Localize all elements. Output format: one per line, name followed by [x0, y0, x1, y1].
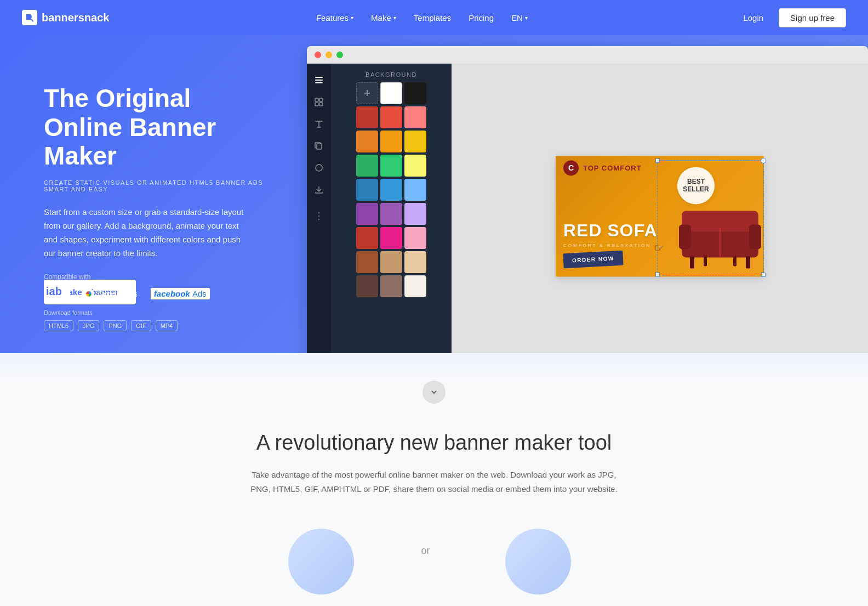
- logo-icon: [22, 10, 37, 25]
- color-black[interactable]: [404, 82, 426, 104]
- color-light-tan[interactable]: [404, 251, 426, 273]
- color-grid: +: [331, 82, 452, 302]
- format-html5: HTML5: [44, 320, 73, 331]
- copy-tool[interactable]: [309, 136, 329, 156]
- section-2-cards: Design a single banner or Generate multi…: [22, 529, 846, 606]
- mac-titlebar: [307, 46, 868, 64]
- features-chevron-icon: ▾: [351, 15, 353, 21]
- nav-features[interactable]: Features ▾: [316, 13, 353, 22]
- color-dark-brown[interactable]: [356, 275, 378, 297]
- color-orange[interactable]: [356, 131, 378, 152]
- nav-make[interactable]: Make ▾: [371, 13, 396, 22]
- best-label: BEST: [687, 178, 705, 185]
- shape-tool[interactable]: [309, 158, 329, 178]
- format-png: PNG: [104, 320, 127, 331]
- hero-subtitle: CREATE STATIC VISUALS OR ANIMATED HTML5 …: [44, 179, 263, 192]
- mac-window: BACKGROUND +: [307, 46, 868, 353]
- color-light-red[interactable]: [404, 106, 426, 128]
- mac-minimize-btn[interactable]: [326, 52, 332, 58]
- hero-description: Start from a custom size or grab a stand…: [44, 206, 252, 260]
- svg-point-11: [318, 216, 320, 217]
- text-tool[interactable]: [309, 114, 329, 134]
- color-panel: BACKGROUND +: [331, 64, 452, 353]
- download-label: Download formats: [44, 309, 210, 316]
- color-blue[interactable]: [356, 179, 378, 201]
- section-2: A revolutionary new banner maker tool Ta…: [0, 387, 868, 606]
- mac-maximize-btn[interactable]: [336, 52, 343, 58]
- color-light-green[interactable]: [380, 155, 402, 177]
- color-green[interactable]: [356, 155, 378, 177]
- compat-label: Compatible with: [44, 273, 210, 281]
- color-red[interactable]: [380, 106, 402, 128]
- section-2-description: Take advantage of the most powerful onli…: [248, 468, 620, 496]
- svg-rect-2: [315, 80, 323, 81]
- color-brown[interactable]: [356, 251, 378, 273]
- seller-label: SELLER: [683, 185, 709, 193]
- color-yellow[interactable]: [404, 131, 426, 152]
- color-medium-brown[interactable]: [380, 275, 402, 297]
- svg-rect-7: [319, 103, 323, 106]
- nav-pricing[interactable]: Pricing: [469, 13, 494, 22]
- svg-rect-18: [690, 256, 694, 268]
- svg-rect-20: [704, 256, 707, 266]
- color-hot-pink[interactable]: [380, 227, 402, 249]
- layout-tool[interactable]: [309, 92, 329, 112]
- language-selector[interactable]: EN ▾: [511, 13, 528, 22]
- nav-links: Features ▾ Make ▾ Templates Pricing EN ▾: [316, 13, 528, 22]
- banner-preview: C TOP COMFORT BEST SELLER: [556, 156, 764, 276]
- color-tan[interactable]: [380, 251, 402, 273]
- canvas-area[interactable]: C TOP COMFORT BEST SELLER: [452, 64, 868, 353]
- signup-button[interactable]: Sign up free: [779, 8, 846, 27]
- color-light-blue[interactable]: [404, 179, 426, 201]
- card-single-banner: Design a single banner: [265, 529, 378, 606]
- svg-point-12: [318, 219, 320, 220]
- section-2-title: A revolutionary new banner maker tool: [22, 431, 846, 455]
- format-gif: GIF: [131, 320, 151, 331]
- color-dark-red[interactable]: [356, 106, 378, 128]
- color-light-purple[interactable]: [380, 203, 402, 225]
- brand-logo[interactable]: bannersnack: [22, 10, 109, 25]
- add-color-button[interactable]: +: [356, 82, 378, 104]
- svg-rect-16: [749, 224, 761, 249]
- svg-rect-15: [679, 224, 691, 249]
- layers-tool[interactable]: [309, 70, 329, 90]
- brand-name: bannersnack: [42, 12, 109, 24]
- hero-section: The Original Online Banner Maker CREATE …: [0, 35, 868, 353]
- color-pink[interactable]: [404, 227, 426, 249]
- login-button[interactable]: Login: [734, 9, 772, 27]
- svg-rect-21: [733, 256, 736, 266]
- color-purple[interactable]: [356, 203, 378, 225]
- card-single-icon: [288, 529, 354, 594]
- banner-subtitle: COMFORT & RELAXATION: [563, 243, 651, 248]
- editor-sidebar: [307, 64, 331, 353]
- svg-rect-19: [746, 256, 750, 268]
- scroll-down-button[interactable]: [422, 381, 446, 404]
- color-panel-content: BACKGROUND +: [331, 64, 452, 353]
- svg-point-9: [316, 165, 322, 171]
- color-magenta[interactable]: [356, 227, 378, 249]
- color-lavender[interactable]: [404, 203, 426, 225]
- mac-content: BACKGROUND +: [307, 64, 868, 353]
- svg-rect-3: [315, 82, 323, 83]
- editor-mockup: BACKGROUND +: [285, 35, 868, 353]
- more-tools[interactable]: [309, 206, 329, 226]
- format-badges: HTML5 JPG PNG GIF MP4: [44, 320, 210, 331]
- color-off-white[interactable]: [404, 275, 426, 297]
- color-light-yellow[interactable]: [404, 155, 426, 177]
- format-jpg: JPG: [78, 320, 99, 331]
- navbar-actions: Login Sign up free: [734, 8, 846, 27]
- google-ads-logo: Google Ads: [83, 288, 137, 299]
- sofa-image: [676, 194, 764, 276]
- banner-logo: C: [563, 160, 579, 175]
- color-sky-blue[interactable]: [380, 179, 402, 201]
- nav-templates[interactable]: Templates: [414, 13, 451, 22]
- banner-cta: ORDER NOW: [563, 251, 623, 269]
- scroll-section: [0, 353, 868, 387]
- color-white[interactable]: [380, 82, 402, 104]
- mac-close-btn[interactable]: [315, 52, 321, 58]
- banner-inner: C TOP COMFORT BEST SELLER: [556, 156, 764, 276]
- banner-top-bar: C TOP COMFORT: [556, 156, 764, 180]
- export-tool[interactable]: [309, 180, 329, 200]
- format-mp4: MP4: [156, 320, 178, 331]
- color-dark-orange[interactable]: [380, 131, 402, 152]
